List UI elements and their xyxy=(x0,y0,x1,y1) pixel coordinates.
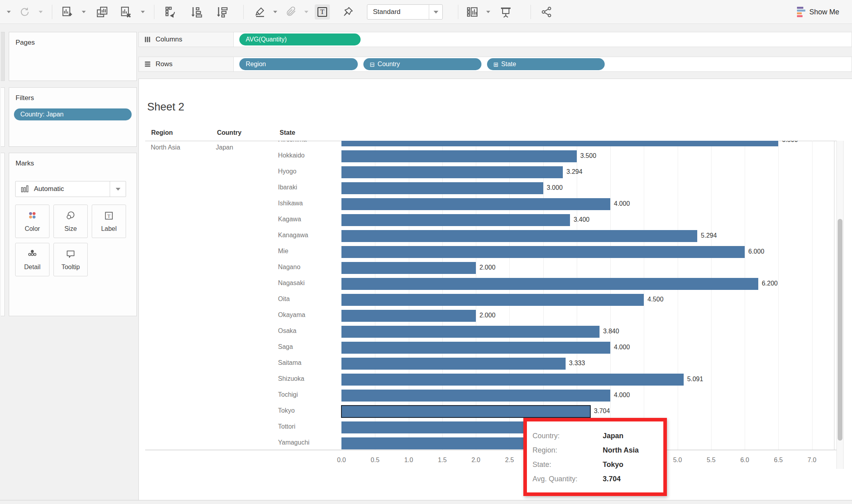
country-row-header[interactable]: Japan xyxy=(216,144,233,151)
mark-type-dropdown[interactable]: Automatic xyxy=(15,181,126,197)
columns-pill-avg-quantity[interactable]: AVG(Quantity) xyxy=(239,33,361,45)
undo-dropdown-caret-icon[interactable] xyxy=(5,0,13,24)
marks-card: Marks Automatic ColorSizeTLabelDetailToo… xyxy=(9,153,137,316)
bar-oita[interactable] xyxy=(341,294,644,306)
state-label[interactable]: Ishikawa xyxy=(278,200,303,207)
bar-ibaraki[interactable] xyxy=(341,182,543,194)
state-label-partial[interactable]: Hiroshima xyxy=(278,141,307,143)
bar-kanagawa[interactable] xyxy=(341,230,697,242)
bar-hokkaido[interactable] xyxy=(341,150,577,162)
bar-yamaguchi[interactable] xyxy=(341,437,550,449)
state-label[interactable]: Mie xyxy=(278,248,288,255)
fit-selector-caret-icon[interactable] xyxy=(429,5,442,19)
state-label[interactable]: Kagawa xyxy=(278,216,301,223)
highlight-icon[interactable] xyxy=(251,0,269,24)
bar-tochigi[interactable] xyxy=(341,390,610,402)
attach-dropdown-caret-icon[interactable] xyxy=(302,0,310,24)
collapse-icon[interactable]: ⊟ xyxy=(370,61,375,67)
bar-okayama[interactable] xyxy=(341,310,476,322)
x-axis-tick-label: 0.5 xyxy=(363,457,387,464)
fit-selector[interactable]: Standard xyxy=(367,4,443,20)
new-worksheet-icon[interactable] xyxy=(58,0,75,24)
toolbar: T Standard Show Me xyxy=(0,0,852,24)
cards-dropdown-caret-icon[interactable] xyxy=(484,0,492,24)
state-label[interactable]: Okayama xyxy=(278,311,305,319)
share-icon[interactable] xyxy=(538,0,555,24)
bar-saitama[interactable] xyxy=(341,358,566,370)
country-column-header[interactable]: Country xyxy=(217,129,241,136)
sort-ascending-icon[interactable] xyxy=(187,0,205,24)
mark-type-caret-icon[interactable] xyxy=(110,181,126,197)
duplicate-sheet-icon[interactable] xyxy=(93,0,111,24)
highlight-dropdown-caret-icon[interactable] xyxy=(271,0,279,24)
state-label[interactable]: Saga xyxy=(278,343,293,350)
bar-hyogo[interactable] xyxy=(341,166,563,178)
state-label[interactable]: Ibaraki xyxy=(278,184,297,191)
state-label[interactable]: Nagano xyxy=(278,264,300,271)
show-me-button[interactable]: Show Me xyxy=(797,0,839,24)
new-sheet-dropdown-caret-icon[interactable] xyxy=(80,0,88,24)
bar-saga[interactable] xyxy=(341,342,610,354)
state-label[interactable]: Nagasaki xyxy=(278,280,305,287)
state-label[interactable]: Tottori xyxy=(278,423,296,430)
bar-value-label: 5.091 xyxy=(687,376,703,384)
region-row-header[interactable]: North Asia xyxy=(151,144,180,151)
bar-kagawa[interactable] xyxy=(341,214,570,226)
expand-icon[interactable]: ⊞ xyxy=(493,61,499,67)
state-label[interactable]: Tokyo xyxy=(278,407,295,414)
attach-icon[interactable] xyxy=(282,0,300,24)
state-label[interactable]: Osaka xyxy=(278,327,296,335)
clear-sheet-icon[interactable] xyxy=(116,0,134,24)
bar-shizuoka[interactable] xyxy=(341,374,684,386)
bar-mie[interactable] xyxy=(341,246,745,258)
x-axis-tick-label: 6.5 xyxy=(766,457,790,464)
bar-hiroshima[interactable] xyxy=(341,141,778,146)
fix-axes-pin-icon[interactable] xyxy=(339,0,357,24)
rows-pill-state[interactable]: ⊞State xyxy=(487,58,605,70)
state-label[interactable]: Tochigi xyxy=(278,391,298,398)
bar-value-label: 4.500 xyxy=(647,296,663,304)
collapsed-data-pane-strip[interactable] xyxy=(0,25,5,500)
region-column-header[interactable]: Region xyxy=(151,129,173,136)
detail-icon xyxy=(27,249,37,261)
show-mark-labels-button[interactable]: T xyxy=(314,0,331,24)
state-label[interactable]: Kanagawa xyxy=(278,232,308,239)
filter-pill-country-japan[interactable]: Country: Japan xyxy=(14,108,132,120)
state-label[interactable]: Hokkaido xyxy=(278,152,305,159)
rows-pill-region[interactable]: Region xyxy=(239,58,358,70)
toolbar-separator xyxy=(52,5,52,19)
marks-label-button[interactable]: TLabel xyxy=(92,205,126,238)
bar-nagano[interactable] xyxy=(341,262,476,274)
swap-rows-columns-icon[interactable] xyxy=(162,0,179,24)
state-label[interactable]: Shizuoka xyxy=(278,375,304,382)
marks-tooltip-button[interactable]: Tooltip xyxy=(53,243,88,276)
refresh-data-icon[interactable] xyxy=(16,0,34,24)
state-label[interactable]: Saitama xyxy=(278,359,302,366)
presentation-mode-icon[interactable] xyxy=(497,0,515,24)
tooltip-field-label: Avg. Quantity: xyxy=(532,475,603,483)
state-column-header[interactable]: State xyxy=(280,129,295,136)
clear-dropdown-caret-icon[interactable] xyxy=(139,0,147,24)
bar-tokyo[interactable] xyxy=(341,406,590,417)
marks-color-button[interactable]: Color xyxy=(15,205,49,238)
bar-osaka[interactable] xyxy=(341,326,600,338)
bar-ishikawa[interactable] xyxy=(341,198,610,210)
state-label[interactable]: Hyogo xyxy=(278,168,296,175)
pages-card: Pages xyxy=(9,32,137,81)
marks-size-button[interactable]: Size xyxy=(53,205,88,238)
show-hide-cards-icon[interactable] xyxy=(463,0,481,24)
bar-tottori[interactable] xyxy=(341,421,550,433)
state-label[interactable]: Yamaguchi xyxy=(278,439,310,446)
vertical-scrollbar[interactable] xyxy=(836,141,844,469)
refresh-dropdown-caret-icon[interactable] xyxy=(37,0,45,24)
bar-nagasaki[interactable] xyxy=(341,278,758,290)
x-axis-tick-label: 6.0 xyxy=(733,457,757,464)
rows-pill-country[interactable]: ⊟Country xyxy=(363,58,481,70)
x-axis-tick-label: 0.0 xyxy=(329,457,353,464)
marks-detail-button[interactable]: Detail xyxy=(15,243,49,276)
scrollbar-thumb[interactable] xyxy=(838,219,842,441)
state-label[interactable]: Oita xyxy=(278,295,290,303)
sort-descending-icon[interactable] xyxy=(213,0,231,24)
columns-shelf[interactable]: Columns AVG(Quantity) xyxy=(138,32,852,47)
rows-shelf[interactable]: Rows Region⊟Country⊞State xyxy=(138,57,852,72)
